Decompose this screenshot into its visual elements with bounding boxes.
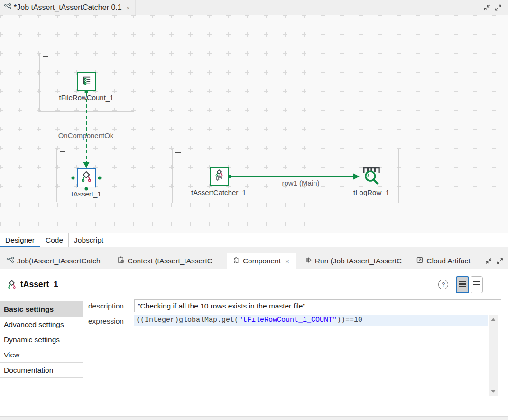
expression-code-prefix: ((Integer)globalMap.get(	[136, 316, 239, 324]
tab-label: Cloud Artifact	[426, 257, 470, 265]
tab-label: Component	[243, 257, 281, 265]
description-label: description	[88, 302, 124, 310]
maximize-icon[interactable]	[493, 3, 503, 12]
minimize-icon[interactable]	[482, 3, 491, 12]
scroll-down-icon[interactable]	[491, 390, 496, 393]
settings-sidebar: Basic settings Advanced settings Dynamic…	[0, 301, 83, 417]
horizontal-layout-toggle[interactable]	[471, 276, 483, 293]
sidebar-item-view[interactable]: View	[0, 347, 83, 363]
tab-component-view[interactable]: Component ×	[227, 253, 296, 269]
connection-label-oncomponentok[interactable]: OnComponentOk	[58, 131, 114, 140]
expression-code[interactable]: ((Integer)globalMap.get("tFileRowCount_1…	[136, 315, 362, 326]
component-icon	[232, 256, 240, 266]
editor-tab-title: *Job tAssert_tAssertCatcher 0.1	[14, 3, 122, 12]
connector-dot-icon	[72, 177, 75, 180]
editor-tab-close-icon[interactable]: ×	[125, 4, 132, 11]
sidebar-item-dynamic-settings[interactable]: Dynamic settings	[0, 332, 83, 347]
sidebar-item-basic-settings[interactable]: Basic settings	[0, 302, 83, 317]
tab-label: Context (tAssert_tAssertC	[128, 257, 212, 265]
connection-label-row1[interactable]: row1 (Main)	[282, 179, 319, 187]
cloud-artifact-icon	[416, 256, 424, 266]
tab-label: Code	[46, 236, 63, 244]
log-row-icon	[361, 165, 382, 187]
dense-lines-icon	[459, 281, 466, 289]
tab-jobscript[interactable]: Jobscript	[69, 233, 109, 247]
tab-run-view[interactable]: Run (Job tAssert_tAssertC	[300, 253, 406, 269]
help-icon[interactable]: ?	[438, 280, 448, 289]
context-icon	[117, 256, 125, 266]
tab-label: Run (Job tAssert_tAssertC	[315, 257, 402, 265]
tab-job-view[interactable]: Job(tAssert_tAssertCatch	[2, 253, 105, 269]
component-label[interactable]: tAssertCatcher_1	[191, 188, 246, 196]
connector-dot-icon	[98, 177, 102, 180]
component-label[interactable]: tAssert_1	[71, 190, 101, 198]
assert-icon	[7, 280, 17, 290]
editor-mode-tabs: Designer Code Jobscript	[0, 233, 508, 247]
component-label[interactable]: tFileRowCount_1	[59, 93, 113, 102]
panel-minimize-icon[interactable]	[484, 256, 493, 266]
expression-scrollbar[interactable]	[489, 315, 498, 396]
editor-tab-bar: *Job tAssert_tAssertCatcher 0.1 ×	[0, 0, 508, 15]
row1-arrowhead-icon	[353, 173, 360, 180]
job-design-canvas[interactable]: tFileRowCount_1 OnComponentOk tAssert_1	[0, 15, 508, 233]
sidebar-item-advanced-settings[interactable]: Advanced settings	[0, 317, 83, 332]
component-settings-panel: tAssert_1 ? Basic settings Advanced sett…	[0, 269, 508, 416]
expression-string-literal: "tFileRowCount_1_COUNT"	[239, 316, 337, 324]
component-title: tAssert_1	[20, 280, 58, 289]
tab-label: Jobscript	[74, 236, 103, 244]
sidebar-item-documentation[interactable]: Documentation	[0, 363, 83, 378]
scroll-up-icon[interactable]	[491, 318, 496, 321]
sparse-lines-icon	[473, 281, 480, 289]
job-icon	[4, 3, 11, 12]
component-tassert[interactable]	[77, 168, 96, 187]
panel-maximize-icon[interactable]	[495, 256, 505, 266]
bottom-view-tabs: Job(tAssert_tAssertCatch Context (tAsser…	[0, 253, 508, 269]
expression-code-suffix: ))==10	[337, 316, 362, 324]
tab-label: Job(tAssert_tAssertCatch	[17, 257, 101, 265]
expression-editor[interactable]: ((Integer)globalMap.get("tFileRowCount_1…	[134, 315, 488, 400]
tab-label: Designer	[5, 236, 35, 244]
vertical-layout-toggle[interactable]	[456, 276, 469, 293]
tab-cloud-artifact[interactable]: Cloud Artifact	[411, 253, 475, 269]
file-row-count-icon	[80, 75, 92, 89]
component-tfilerowcount[interactable]	[77, 72, 96, 91]
run-icon	[305, 256, 312, 266]
job-icon	[7, 256, 14, 266]
window-bottom-strip	[0, 416, 508, 420]
tab-designer[interactable]: Designer	[0, 233, 40, 247]
component-label[interactable]: tLogRow_1	[353, 188, 389, 196]
tab-context-view[interactable]: Context (tAssert_tAssertC	[112, 253, 217, 269]
editor-tab-job[interactable]: *Job tAssert_tAssertCatcher 0.1 ×	[0, 0, 136, 15]
description-input[interactable]	[134, 299, 501, 312]
component-tlogrow[interactable]	[360, 165, 382, 187]
assert-catcher-icon	[212, 169, 226, 184]
component-header: tAssert_1 ?	[1, 275, 453, 294]
expression-label: expression	[88, 317, 124, 326]
tab-code[interactable]: Code	[40, 233, 69, 247]
talend-studio-window: *Job tAssert_tAssertCatcher 0.1 ×	[0, 0, 508, 420]
oncomponentok-arrowhead-icon	[83, 162, 90, 168]
tab-close-icon[interactable]: ×	[284, 258, 291, 265]
connector-dot-icon	[229, 175, 232, 178]
connections-layer	[0, 15, 508, 233]
assert-icon	[80, 170, 93, 186]
component-tassertcatcher[interactable]	[210, 167, 229, 186]
